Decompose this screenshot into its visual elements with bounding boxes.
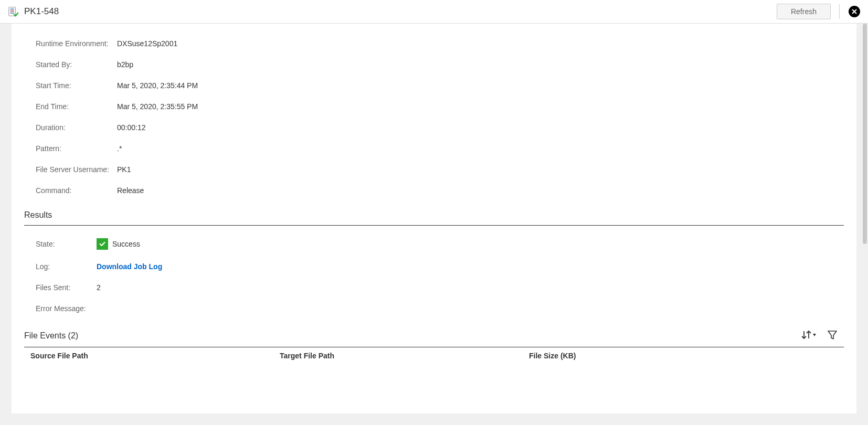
page-header: PK1-548 Refresh [0, 0, 868, 24]
header-divider [839, 4, 840, 19]
result-files-sent: Files Sent: 2 [24, 283, 844, 292]
detail-value: 00:00:12 [117, 123, 146, 132]
file-events-actions [800, 330, 844, 342]
column-target-file-path[interactable]: Target File Path [280, 352, 529, 360]
state-text: Success [112, 240, 140, 248]
result-value: Success [97, 238, 140, 250]
detail-started-by: Started By: b2bp [24, 60, 844, 69]
file-events-table-header: Source File Path Target File Path File S… [24, 347, 844, 366]
detail-value: .* [117, 144, 122, 153]
column-source-file-path[interactable]: Source File Path [30, 352, 280, 360]
detail-value: Release [117, 186, 144, 195]
detail-pattern: Pattern: .* [24, 144, 844, 153]
detail-label: Runtime Environment: [36, 39, 117, 48]
result-state: State: Success [24, 238, 844, 250]
page-title: PK1-548 [24, 6, 777, 17]
detail-fs-username: File Server Username: PK1 [24, 165, 844, 174]
result-label: State: [36, 240, 97, 248]
body-area: Runtime Environment: DXSuse12Sp2001 Star… [0, 24, 868, 425]
refresh-button[interactable]: Refresh [777, 4, 831, 19]
download-job-log-link[interactable]: Download Job Log [97, 262, 162, 271]
detail-label: Started By: [36, 60, 117, 69]
detail-value: DXSuse12Sp2001 [117, 39, 177, 48]
detail-label: Command: [36, 186, 117, 195]
sort-icon[interactable] [800, 330, 818, 342]
success-check-icon [97, 238, 108, 250]
detail-value: PK1 [117, 165, 131, 174]
scrollbar[interactable] [863, 24, 867, 244]
result-log: Log: Download Job Log [24, 262, 844, 271]
detail-label: Duration: [36, 123, 117, 132]
section-rule [24, 225, 844, 226]
detail-start-time: Start Time: Mar 5, 2020, 2:35:44 PM [24, 81, 844, 90]
detail-duration: Duration: 00:00:12 [24, 123, 844, 132]
detail-label: Pattern: [36, 144, 117, 153]
close-button[interactable] [848, 5, 861, 18]
job-icon [7, 6, 19, 17]
result-value: 2 [97, 283, 101, 292]
detail-runtime-env: Runtime Environment: DXSuse12Sp2001 [24, 39, 844, 48]
svg-marker-9 [813, 334, 816, 336]
detail-command: Command: Release [24, 186, 844, 195]
result-label: Files Sent: [36, 283, 97, 292]
detail-end-time: End Time: Mar 5, 2020, 2:35:55 PM [24, 102, 844, 111]
detail-label: Start Time: [36, 81, 117, 90]
result-error-message: Error Message: [24, 304, 844, 313]
result-label: Error Message: [36, 304, 97, 313]
content-panel: Runtime Environment: DXSuse12Sp2001 Star… [12, 24, 856, 413]
detail-value: b2bp [117, 60, 133, 69]
filter-icon[interactable] [827, 330, 838, 342]
results-heading: Results [24, 210, 844, 220]
file-events-header: File Events (2) [24, 330, 844, 342]
detail-value: Mar 5, 2020, 2:35:55 PM [117, 102, 198, 111]
detail-label: End Time: [36, 102, 117, 111]
detail-value: Mar 5, 2020, 2:35:44 PM [117, 81, 198, 90]
result-label: Log: [36, 262, 97, 271]
file-events-heading: File Events (2) [24, 331, 78, 341]
detail-label: File Server Username: [36, 165, 117, 174]
column-file-size[interactable]: File Size (KB) [529, 352, 686, 360]
